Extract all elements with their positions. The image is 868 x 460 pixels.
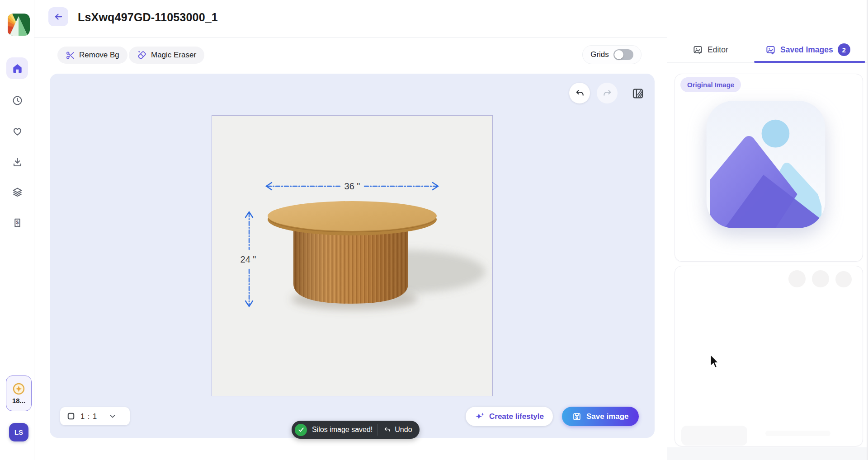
save-image-button[interactable]: Save image — [562, 407, 639, 426]
toast-undo-button[interactable]: Undo — [383, 426, 415, 434]
sparkles-icon — [475, 411, 486, 422]
toast-message: Silos image saved! — [312, 426, 373, 434]
saved-image-card[interactable] — [675, 266, 863, 446]
image-placeholder-icon — [705, 99, 826, 230]
aspect-ratio-selector[interactable]: 1 : 1 — [60, 407, 130, 425]
user-avatar[interactable]: LS — [9, 423, 28, 441]
toast-undo-label: Undo — [395, 426, 412, 434]
sidebar-item-history[interactable] — [6, 89, 28, 111]
toast-divider — [377, 424, 378, 436]
back-button[interactable] — [48, 7, 68, 26]
redo-button[interactable] — [597, 83, 618, 103]
original-image-thumbnail[interactable] — [705, 99, 826, 230]
credits-count: 18... — [12, 397, 25, 404]
remove-bg-label: Remove Bg — [79, 51, 119, 60]
image-frame[interactable]: 36 " 24 " — [212, 115, 493, 396]
magic-eraser-label: Magic Eraser — [151, 51, 196, 60]
active-tab-underline — [754, 61, 865, 63]
home-icon — [12, 63, 23, 74]
grids-label: Grids — [590, 50, 609, 59]
credits-card[interactable]: 18... — [6, 376, 32, 411]
magic-eraser-icon — [137, 50, 147, 60]
undo-icon — [575, 88, 585, 99]
app-logo[interactable] — [8, 14, 30, 36]
sidebar-item-home[interactable] — [6, 57, 28, 79]
remove-bg-button[interactable]: Remove Bg — [57, 47, 127, 64]
grids-toggle[interactable] — [613, 49, 633, 60]
save-image-label: Save image — [586, 412, 629, 421]
grids-toggle-knob — [614, 50, 623, 59]
product-image-table: 36 " 24 " — [212, 116, 492, 396]
redo-icon — [602, 88, 613, 99]
undo-button[interactable] — [569, 83, 590, 103]
heart-icon — [12, 126, 23, 137]
ghost-thumbnail-placeholder — [681, 426, 747, 446]
compare-view-button[interactable] — [629, 85, 646, 102]
create-lifestyle-button[interactable]: Create lifestyle — [466, 407, 553, 426]
app-window: $ 18... LS LsXwq497GD-11053000_1 Remove … — [0, 0, 868, 460]
back-arrow-icon — [53, 11, 64, 22]
ghost-action-circle-2 — [812, 270, 829, 287]
ghost-action-circle-1 — [788, 270, 806, 287]
avatar-initials: LS — [14, 428, 23, 436]
table-top — [268, 201, 437, 231]
saved-images-count-badge: 2 — [838, 43, 850, 56]
clock-icon — [12, 95, 23, 106]
save-floppy-icon — [572, 412, 582, 422]
receipt-icon: $ — [12, 217, 23, 229]
svg-text:$: $ — [16, 220, 19, 225]
toast-notification: Silos image saved! Undo — [292, 421, 420, 439]
chevron-down-icon — [108, 412, 117, 420]
magic-eraser-button[interactable]: Magic Eraser — [129, 47, 204, 64]
image-edit-icon — [693, 45, 703, 55]
gold-coin-icon — [13, 383, 25, 395]
sidebar-item-favorites[interactable] — [6, 120, 28, 142]
aspect-ratio-value: 1 : 1 — [80, 412, 97, 421]
height-dimension-label: 24 " — [241, 254, 256, 264]
ghost-action-circle-3 — [835, 271, 852, 287]
layers-icon — [12, 187, 23, 198]
grids-control: Grids — [582, 45, 642, 64]
ghost-text-placeholder — [765, 431, 830, 436]
square-aspect-icon — [66, 412, 75, 421]
sidebar: $ 18... LS — [0, 0, 34, 460]
create-lifestyle-label: Create lifestyle — [489, 412, 544, 421]
original-image-badge: Original Image — [680, 77, 741, 92]
right-panel-footer-strip — [667, 447, 868, 460]
width-dimension-label: 36 " — [344, 181, 360, 191]
tab-editor-label: Editor — [708, 45, 728, 55]
split-view-icon — [631, 87, 645, 100]
sidebar-item-downloads[interactable] — [6, 151, 28, 173]
tab-editor[interactable]: Editor — [693, 40, 728, 60]
mouse-cursor — [710, 355, 721, 371]
sidebar-item-layers[interactable] — [6, 181, 28, 203]
image-check-icon — [765, 45, 776, 55]
scissors-icon — [66, 51, 75, 60]
tab-saved-images[interactable]: Saved Images 2 — [765, 40, 850, 60]
sidebar-item-billing[interactable]: $ — [6, 212, 28, 234]
success-check-icon — [295, 424, 307, 436]
page-title: LsXwq497GD-11053000_1 — [78, 11, 218, 24]
sidebar-divider — [5, 368, 30, 368]
tab-saved-images-label: Saved Images — [780, 45, 833, 55]
prism-logo-icon — [8, 14, 30, 36]
download-icon — [12, 156, 23, 168]
toast-undo-icon — [383, 426, 392, 434]
